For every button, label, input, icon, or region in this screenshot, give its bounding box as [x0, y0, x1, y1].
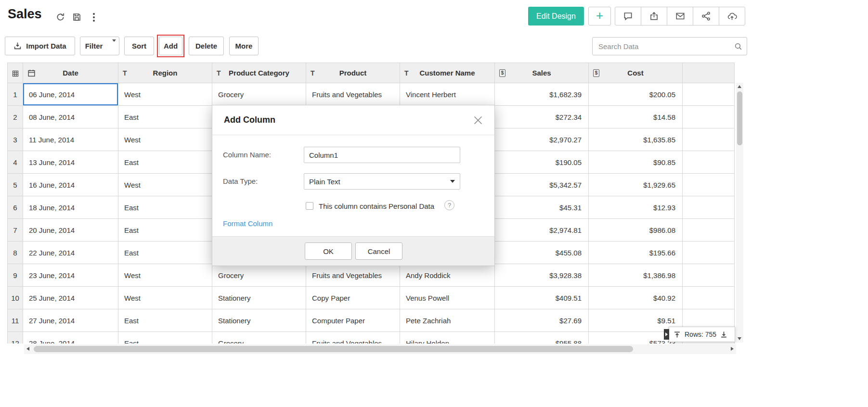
cell-product[interactable]: Computer Paper [306, 309, 400, 332]
cell-sales[interactable]: $190.05 [495, 151, 589, 174]
cell-cost[interactable]: $1,635.85 [589, 128, 683, 151]
column-header-product[interactable]: TProduct [306, 63, 400, 83]
cloud-upload-button[interactable] [719, 7, 745, 25]
comment-button[interactable] [615, 7, 641, 25]
column-header-region[interactable]: TRegion [118, 63, 212, 83]
cell-date[interactable]: 28 June, 2014 [23, 332, 118, 344]
select-all-header[interactable] [8, 63, 23, 83]
cell-category[interactable]: Stationery [212, 287, 306, 309]
cell-product[interactable]: Fruits and Vegetables [306, 332, 400, 344]
cell-date[interactable]: 13 June, 2014 [23, 151, 118, 174]
cell-extra[interactable] [683, 219, 735, 242]
scroll-left-arrow[interactable] [26, 347, 29, 351]
cell-region[interactable]: East [118, 309, 212, 332]
cell-region[interactable]: East [118, 196, 212, 219]
cell-extra[interactable] [683, 174, 735, 196]
row-number[interactable]: 4 [8, 151, 23, 174]
format-column-link[interactable]: Format Column [223, 219, 272, 228]
cell-cost[interactable]: $12.93 [589, 196, 683, 219]
column-header-sales[interactable]: $Sales [495, 63, 589, 83]
horizontal-scrollbar-thumb[interactable] [34, 346, 633, 352]
add-button[interactable]: Add [159, 37, 182, 55]
rows-widget-handle[interactable] [664, 329, 669, 340]
delete-button[interactable]: Delete [189, 37, 224, 55]
cell-sales[interactable]: $5,342.57 [495, 174, 589, 196]
more-button[interactable]: More [229, 37, 259, 55]
save-button[interactable] [70, 11, 83, 23]
cell-cost[interactable]: $195.66 [589, 242, 683, 264]
cell-sales[interactable]: $1,682.39 [495, 83, 589, 106]
cell-region[interactable]: West [118, 83, 212, 106]
sort-button[interactable]: Sort [124, 37, 154, 55]
column-name-input[interactable] [304, 147, 460, 163]
column-header-customer[interactable]: TCustomer Name [400, 63, 495, 83]
cell-category[interactable]: Grocery [212, 83, 306, 106]
scroll-to-top-button[interactable] [674, 331, 681, 338]
cell-sales[interactable]: $455.08 [495, 242, 589, 264]
cell-customer[interactable]: Vincent Herbert [400, 83, 495, 106]
cell-category[interactable]: Grocery [212, 264, 306, 287]
personal-data-checkbox[interactable] [306, 202, 313, 210]
cell-date[interactable]: 22 June, 2014 [23, 242, 118, 264]
ok-button[interactable]: OK [305, 242, 352, 260]
column-header-category[interactable]: TProduct Category [212, 63, 306, 83]
scroll-down-arrow[interactable] [738, 337, 741, 340]
cell-sales[interactable]: $2,970.27 [495, 128, 589, 151]
export-button[interactable] [641, 7, 667, 25]
row-number[interactable]: 9 [8, 264, 23, 287]
cell-region[interactable]: West [118, 287, 212, 309]
cell-extra[interactable] [683, 196, 735, 219]
row-number[interactable]: 8 [8, 242, 23, 264]
cell-region[interactable]: West [118, 264, 212, 287]
cell-sales[interactable]: $45.31 [495, 196, 589, 219]
cell-extra[interactable] [683, 287, 735, 309]
cell-cost[interactable]: $40.92 [589, 287, 683, 309]
share-button[interactable] [693, 7, 719, 25]
horizontal-scrollbar[interactable] [24, 344, 736, 354]
vertical-scrollbar[interactable] [736, 83, 743, 343]
cell-date[interactable]: 25 June, 2014 [23, 287, 118, 309]
cell-cost[interactable]: $986.08 [589, 219, 683, 242]
add-new-button[interactable]: + [588, 7, 611, 25]
cell-sales[interactable]: $272.34 [495, 106, 589, 128]
column-header-extra[interactable] [683, 63, 735, 83]
cell-cost[interactable]: $1,929.65 [589, 174, 683, 196]
cell-extra[interactable] [683, 106, 735, 128]
row-number[interactable]: 5 [8, 174, 23, 196]
cell-cost[interactable]: $200.05 [589, 83, 683, 106]
search-input[interactable] [593, 38, 747, 55]
cell-date[interactable]: 11 June, 2014 [23, 128, 118, 151]
scroll-up-arrow[interactable] [738, 85, 741, 88]
mail-button[interactable] [667, 7, 693, 25]
refresh-button[interactable] [54, 11, 66, 23]
cell-cost[interactable]: $14.58 [589, 106, 683, 128]
cell-region[interactable]: West [118, 174, 212, 196]
row-number[interactable]: 7 [8, 219, 23, 242]
cancel-button[interactable]: Cancel [355, 242, 402, 260]
cell-category[interactable]: Stationery [212, 309, 306, 332]
cell-date[interactable]: 20 June, 2014 [23, 219, 118, 242]
cell-region[interactable]: East [118, 106, 212, 128]
help-icon[interactable]: ? [444, 200, 454, 210]
cell-product[interactable]: Copy Paper [306, 287, 400, 309]
row-number[interactable]: 12 [8, 332, 23, 344]
row-number[interactable]: 10 [8, 287, 23, 309]
row-number[interactable]: 3 [8, 128, 23, 151]
cell-extra[interactable] [683, 83, 735, 106]
row-number[interactable]: 6 [8, 196, 23, 219]
cell-date[interactable]: 08 June, 2014 [23, 106, 118, 128]
import-data-button[interactable]: Import Data [5, 37, 75, 55]
cell-date[interactable]: 16 June, 2014 [23, 174, 118, 196]
row-number[interactable]: 2 [8, 106, 23, 128]
column-header-date[interactable]: Date [23, 63, 118, 83]
close-icon[interactable] [473, 115, 483, 125]
cell-sales[interactable]: $409.51 [495, 287, 589, 309]
cell-product[interactable]: Fruits and Vegetables [306, 83, 400, 106]
row-number[interactable]: 1 [8, 83, 23, 106]
cell-sales[interactable]: $955.88 [495, 332, 589, 344]
cell-region[interactable]: West [118, 128, 212, 151]
vertical-scrollbar-thumb[interactable] [737, 91, 742, 145]
column-header-cost[interactable]: $Cost [589, 63, 683, 83]
cell-sales[interactable]: $2,974.81 [495, 219, 589, 242]
cell-date[interactable]: 23 June, 2014 [23, 264, 118, 287]
